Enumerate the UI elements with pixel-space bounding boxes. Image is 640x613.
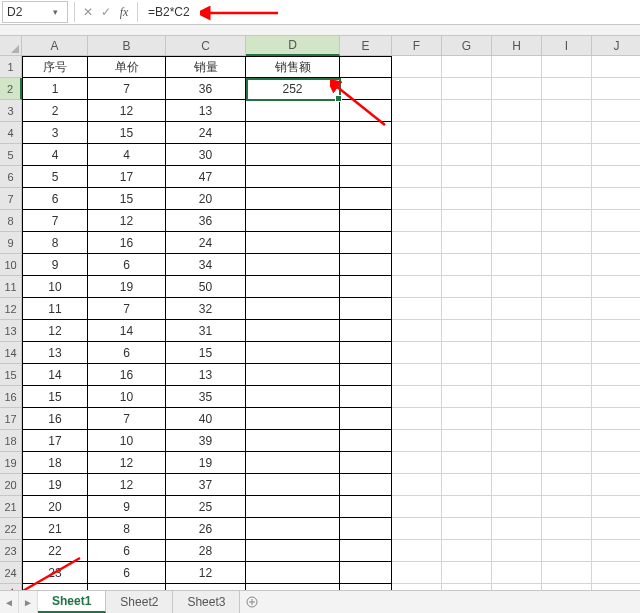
cell[interactable] xyxy=(392,254,442,276)
cell[interactable]: 31 xyxy=(166,320,246,342)
cell[interactable] xyxy=(340,56,392,78)
cell[interactable] xyxy=(592,298,640,320)
cell[interactable] xyxy=(592,210,640,232)
cell[interactable] xyxy=(246,562,340,584)
cell[interactable]: 13 xyxy=(166,364,246,386)
cell[interactable] xyxy=(442,320,492,342)
cell[interactable] xyxy=(340,474,392,496)
cell[interactable] xyxy=(592,320,640,342)
cell[interactable] xyxy=(246,496,340,518)
cell[interactable] xyxy=(246,320,340,342)
cell[interactable] xyxy=(542,386,592,408)
cell[interactable] xyxy=(246,474,340,496)
cell[interactable]: 7 xyxy=(88,78,166,100)
cell[interactable] xyxy=(492,166,542,188)
row-header[interactable]: 14 xyxy=(0,342,22,364)
row-header[interactable]: 20 xyxy=(0,474,22,496)
cell[interactable]: 4 xyxy=(88,144,166,166)
cell[interactable] xyxy=(340,430,392,452)
cell[interactable] xyxy=(340,496,392,518)
cell[interactable] xyxy=(246,100,340,122)
cell[interactable] xyxy=(442,188,492,210)
cell[interactable] xyxy=(592,144,640,166)
cell[interactable]: 19 xyxy=(22,474,88,496)
cell[interactable] xyxy=(542,430,592,452)
row-header[interactable]: 8 xyxy=(0,210,22,232)
cell[interactable]: 4 xyxy=(22,144,88,166)
cell[interactable] xyxy=(592,518,640,540)
cell[interactable] xyxy=(542,298,592,320)
cell[interactable] xyxy=(392,78,442,100)
cell[interactable] xyxy=(542,254,592,276)
cell[interactable] xyxy=(492,56,542,78)
row-header[interactable]: 17 xyxy=(0,408,22,430)
column-header-H[interactable]: H xyxy=(492,36,542,56)
column-header-E[interactable]: E xyxy=(340,36,392,56)
cell[interactable] xyxy=(442,78,492,100)
cell[interactable] xyxy=(340,342,392,364)
column-header-I[interactable]: I xyxy=(542,36,592,56)
cell[interactable] xyxy=(492,496,542,518)
cell[interactable]: 销售额 xyxy=(246,56,340,78)
cell[interactable]: 10 xyxy=(88,386,166,408)
cell[interactable] xyxy=(492,78,542,100)
cell[interactable] xyxy=(392,188,442,210)
cell[interactable] xyxy=(542,342,592,364)
cell[interactable] xyxy=(340,210,392,232)
cell[interactable] xyxy=(392,518,442,540)
cell[interactable] xyxy=(340,254,392,276)
cell[interactable] xyxy=(442,210,492,232)
cell[interactable] xyxy=(492,100,542,122)
cell[interactable] xyxy=(542,144,592,166)
cancel-icon[interactable]: ✕ xyxy=(79,2,97,22)
cell[interactable]: 22 xyxy=(22,540,88,562)
cell[interactable] xyxy=(592,386,640,408)
cell[interactable]: 36 xyxy=(166,78,246,100)
cell[interactable] xyxy=(492,122,542,144)
cell[interactable]: 26 xyxy=(166,518,246,540)
column-header-C[interactable]: C xyxy=(166,36,246,56)
cell[interactable]: 销量 xyxy=(166,56,246,78)
row-header[interactable]: 6 xyxy=(0,166,22,188)
cell[interactable] xyxy=(392,540,442,562)
cell[interactable] xyxy=(340,518,392,540)
cell[interactable] xyxy=(492,562,542,584)
cell[interactable]: 28 xyxy=(166,540,246,562)
cell[interactable]: 23 xyxy=(22,562,88,584)
cell[interactable] xyxy=(442,452,492,474)
cell[interactable]: 12 xyxy=(88,100,166,122)
cell[interactable]: 17 xyxy=(88,166,166,188)
cell[interactable]: 12 xyxy=(166,562,246,584)
cell[interactable] xyxy=(392,320,442,342)
cell[interactable] xyxy=(246,122,340,144)
cell[interactable] xyxy=(492,232,542,254)
cell[interactable] xyxy=(442,408,492,430)
cell[interactable] xyxy=(340,100,392,122)
cell[interactable] xyxy=(592,188,640,210)
cell[interactable]: 9 xyxy=(88,496,166,518)
cell[interactable] xyxy=(542,122,592,144)
cell[interactable] xyxy=(592,78,640,100)
cell[interactable]: 15 xyxy=(88,122,166,144)
row-header[interactable]: 9 xyxy=(0,232,22,254)
cell[interactable] xyxy=(592,276,640,298)
cell[interactable] xyxy=(246,518,340,540)
cell[interactable]: 7 xyxy=(88,408,166,430)
cell[interactable] xyxy=(392,232,442,254)
cell[interactable] xyxy=(492,386,542,408)
cell[interactable] xyxy=(542,474,592,496)
row-header[interactable]: 10 xyxy=(0,254,22,276)
cell[interactable] xyxy=(492,474,542,496)
cell[interactable]: 1 xyxy=(22,78,88,100)
cell[interactable] xyxy=(340,298,392,320)
cell[interactable] xyxy=(492,254,542,276)
cell[interactable] xyxy=(492,408,542,430)
cell[interactable]: 34 xyxy=(166,254,246,276)
row-header[interactable]: 16 xyxy=(0,386,22,408)
cell[interactable] xyxy=(442,518,492,540)
cell[interactable]: 9 xyxy=(22,254,88,276)
cell[interactable] xyxy=(542,562,592,584)
cell[interactable] xyxy=(392,386,442,408)
cell[interactable] xyxy=(340,144,392,166)
cell[interactable] xyxy=(442,144,492,166)
